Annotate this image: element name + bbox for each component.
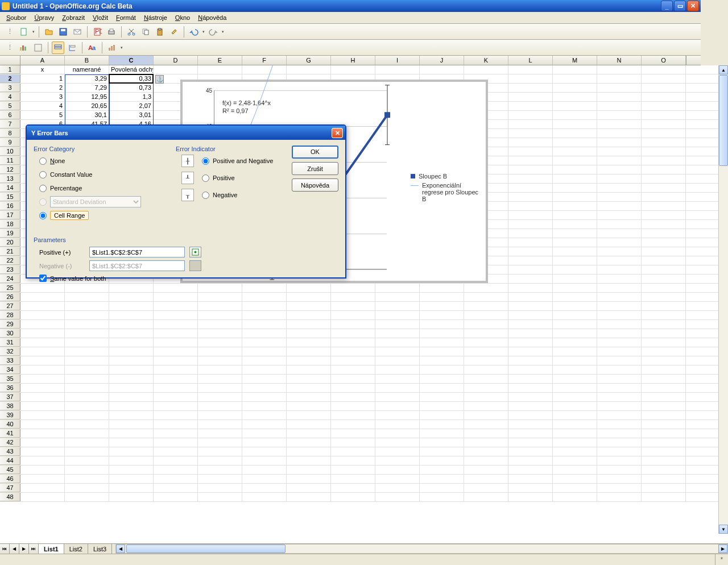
cell[interactable]	[242, 456, 287, 465]
cell[interactable]	[20, 302, 65, 310]
menu-okno[interactable]: Okno	[171, 13, 194, 22]
row-header[interactable]: 16	[0, 202, 20, 210]
cell[interactable]	[65, 402, 109, 410]
same-value-checkbox[interactable]	[39, 275, 47, 282]
cell[interactable]	[198, 375, 242, 383]
cell[interactable]	[287, 393, 331, 401]
radio-constant[interactable]	[39, 171, 47, 178]
cell[interactable]	[642, 475, 686, 483]
col-header-K[interactable]: K	[464, 56, 508, 65]
cell[interactable]	[508, 438, 553, 447]
cell[interactable]	[553, 93, 597, 101]
cell[interactable]	[242, 311, 287, 319]
row-header[interactable]: 25	[0, 284, 20, 292]
cell[interactable]	[198, 447, 242, 456]
cell[interactable]	[109, 429, 154, 438]
cell[interactable]	[464, 384, 508, 392]
cell[interactable]	[109, 365, 154, 374]
cell[interactable]	[508, 429, 553, 438]
help-button[interactable]: Nápověda	[292, 178, 338, 192]
cell[interactable]	[508, 466, 553, 474]
cell[interactable]	[508, 365, 553, 374]
cell[interactable]	[508, 265, 553, 274]
cell[interactable]	[553, 229, 597, 238]
cell[interactable]	[597, 165, 642, 174]
cell[interactable]	[375, 420, 420, 429]
cell[interactable]	[597, 184, 642, 192]
cell[interactable]	[154, 475, 198, 483]
row-header[interactable]: 32	[0, 347, 20, 356]
cell[interactable]	[642, 184, 686, 192]
cell[interactable]	[464, 393, 508, 401]
row-header[interactable]: 39	[0, 411, 20, 419]
cell[interactable]	[109, 411, 154, 419]
cell[interactable]	[420, 293, 464, 301]
chart-area-button[interactable]	[32, 41, 44, 54]
cell[interactable]	[642, 484, 686, 492]
radio-cell-range[interactable]	[39, 212, 47, 219]
cell[interactable]	[198, 438, 242, 447]
cell[interactable]	[642, 329, 686, 338]
cell[interactable]	[642, 147, 686, 156]
row-header[interactable]: 37	[0, 393, 20, 401]
cell[interactable]	[642, 393, 686, 401]
cell[interactable]	[642, 365, 686, 374]
cell[interactable]	[109, 420, 154, 429]
cell[interactable]	[642, 175, 686, 183]
cell[interactable]	[331, 493, 375, 501]
row-header[interactable]: 9	[0, 138, 20, 147]
undo-button[interactable]	[188, 26, 200, 38]
cell[interactable]: x	[20, 65, 65, 74]
cell[interactable]	[508, 302, 553, 310]
cell[interactable]	[464, 456, 508, 465]
cell[interactable]	[287, 411, 331, 419]
print-button[interactable]	[105, 26, 118, 38]
cell[interactable]	[287, 311, 331, 319]
cell[interactable]	[508, 120, 553, 128]
cell[interactable]	[375, 466, 420, 474]
cell[interactable]	[154, 375, 198, 383]
col-header-A[interactable]: A	[20, 56, 65, 65]
menu-úpravy[interactable]: Úpravy	[30, 13, 58, 22]
new-dropdown[interactable]: ▾	[32, 30, 35, 34]
cell[interactable]	[375, 411, 420, 419]
cell[interactable]	[597, 120, 642, 128]
col-header-F[interactable]: F	[242, 56, 287, 65]
cell[interactable]	[287, 347, 331, 356]
cell[interactable]	[331, 438, 375, 447]
cell[interactable]	[597, 93, 642, 101]
row-header[interactable]: 46	[0, 475, 20, 483]
cell[interactable]	[109, 484, 154, 492]
cell[interactable]	[597, 275, 642, 283]
cell[interactable]	[198, 402, 242, 410]
cell[interactable]	[508, 338, 553, 347]
cell[interactable]	[597, 175, 642, 183]
cell[interactable]	[642, 375, 686, 383]
cell[interactable]	[331, 393, 375, 401]
row-header[interactable]: 30	[0, 329, 20, 338]
cell[interactable]	[20, 429, 65, 438]
cell[interactable]	[464, 438, 508, 447]
cell[interactable]	[508, 447, 553, 456]
row-header[interactable]: 34	[0, 365, 20, 374]
cell[interactable]	[287, 365, 331, 374]
cell[interactable]	[198, 384, 242, 392]
horizontal-scrollbar[interactable]: ◀ ▶	[115, 544, 701, 554]
cell[interactable]	[553, 356, 597, 365]
cell[interactable]	[242, 347, 287, 356]
cell[interactable]	[508, 402, 553, 410]
cell[interactable]	[154, 284, 198, 292]
cell[interactable]	[420, 402, 464, 410]
cell[interactable]: 1,3	[109, 93, 154, 101]
cell[interactable]	[109, 438, 154, 447]
cell[interactable]	[642, 402, 686, 410]
cell[interactable]	[597, 484, 642, 492]
cell[interactable]	[154, 429, 198, 438]
cell[interactable]	[109, 402, 154, 410]
row-header[interactable]: 7	[0, 120, 20, 128]
cell[interactable]	[198, 456, 242, 465]
cell[interactable]	[154, 329, 198, 338]
cell[interactable]	[464, 356, 508, 365]
cell[interactable]	[508, 284, 553, 292]
row-header[interactable]: 43	[0, 447, 20, 456]
